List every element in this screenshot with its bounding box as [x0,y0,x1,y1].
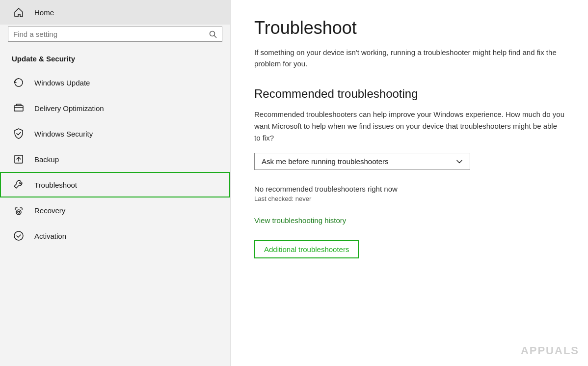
sidebar: Home Update & Security Windows Update [0,0,231,366]
watermark-text: APPUALS [521,344,579,357]
sidebar-item-windows-security[interactable]: Windows Security [0,121,230,146]
delivery-optimization-label: Delivery Optimization [34,104,104,113]
recovery-icon [12,204,26,216]
backup-label: Backup [34,155,59,164]
activation-icon [12,230,26,242]
windows-update-label: Windows Update [34,79,90,87]
recommended-desc: Recommended troubleshooters can help imp… [254,109,564,144]
sidebar-item-recovery[interactable]: Recovery [0,197,230,223]
home-icon [12,7,26,18]
recovery-label: Recovery [34,206,65,215]
page-description: If something on your device isn't workin… [254,47,564,69]
svg-point-7 [18,211,20,213]
activation-label: Activation [34,232,66,240]
update-icon [12,77,26,88]
backup-icon [12,153,26,165]
home-label: Home [34,8,54,17]
sidebar-item-activation[interactable]: Activation [0,223,230,249]
svg-line-1 [214,35,216,37]
troubleshoot-label: Troubleshoot [34,181,77,189]
wrench-icon [12,179,26,191]
search-input[interactable] [13,30,209,38]
svg-point-6 [16,210,21,215]
last-checked-text: Last checked: never [254,195,564,202]
main-content: Troubleshoot If something on your device… [231,0,588,366]
sidebar-item-delivery-optimization[interactable]: Delivery Optimization [0,95,230,121]
view-history-link[interactable]: View troubleshooting history [254,216,564,225]
svg-rect-2 [14,106,23,111]
sidebar-item-windows-update[interactable]: Windows Update [0,70,230,95]
dropdown-value: Ask me before running troubleshooters [262,157,388,166]
section-title: Update & Security [0,50,230,70]
search-icon [209,30,217,38]
recommended-title: Recommended troubleshooting [254,87,564,101]
no-troubleshooters-text: No recommended troubleshooters right now [254,185,564,193]
troubleshooter-dropdown[interactable]: Ask me before running troubleshooters [254,153,470,170]
chevron-down-icon [456,158,463,165]
shield-icon [12,128,26,140]
sidebar-item-troubleshoot[interactable]: Troubleshoot [0,172,230,197]
windows-security-label: Windows Security [34,130,93,138]
sidebar-item-backup[interactable]: Backup [0,146,230,172]
watermark: APPUALS [521,344,579,357]
delivery-icon [12,102,26,114]
search-box[interactable] [8,27,222,42]
page-title: Troubleshoot [254,18,564,38]
additional-troubleshooters-button[interactable]: Additional troubleshooters [254,240,359,258]
svg-point-8 [14,231,23,240]
sidebar-item-home[interactable]: Home [0,0,230,25]
